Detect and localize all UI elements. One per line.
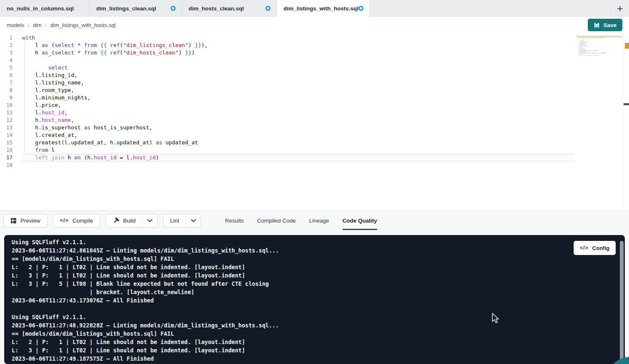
code-line[interactable]: 15 greatest(l.updated_at, h.updated_at) … — [0, 139, 574, 146]
chevron-down-icon — [147, 219, 152, 222]
file-tab[interactable]: dim_hosts_clean.sql — [182, 0, 277, 17]
result-panel-tabs: ResultsCompiled CodeLineageCode Quality — [225, 211, 377, 230]
config-button[interactable]: </> Config — [574, 241, 616, 255]
unsaved-changes-icon — [171, 6, 176, 11]
mouse-cursor — [491, 313, 500, 324]
code-line[interactable]: 3 h as (select * from {{ ref("dim_hosts_… — [0, 49, 574, 57]
line-number: 1 — [0, 34, 12, 42]
line-number: 6 — [0, 72, 12, 79]
lint-button-label: Lint — [170, 218, 179, 224]
line-number: 9 — [0, 94, 12, 102]
terminal-area: Using SQLFluff v2.1.1. 2023-06-06T11:27:… — [0, 230, 629, 364]
file-tab-label: no_nulls_in_columns.sql — [7, 5, 74, 12]
line-number: 8 — [0, 87, 12, 94]
chevron-down-icon — [191, 219, 196, 222]
code-line[interactable]: 17 left join h on (h.host_id = l.host_id… — [0, 154, 574, 161]
lint-warning-marker — [625, 43, 629, 49]
line-number: 14 — [0, 131, 12, 139]
code-line[interactable]: 1with — [0, 34, 574, 42]
code-line[interactable]: 12 h.host_name, — [0, 116, 574, 124]
panel-tab-results[interactable]: Results — [225, 211, 244, 230]
lint-dropdown-button[interactable] — [186, 214, 201, 228]
open-file-tabs: no_nulls_in_columns.sqldim_listings_clea… — [0, 0, 370, 17]
panel-tab-lineage[interactable]: Lineage — [309, 211, 329, 230]
code-line[interactable]: 5 select — [0, 64, 574, 72]
compile-button-label: Compile — [72, 218, 93, 224]
build-dropdown-button[interactable] — [142, 214, 158, 228]
toolbar-buttons: Preview</>CompileBuildLint — [3, 214, 206, 228]
code-lines: 1with2 l as (select * from {{ ref("dim_l… — [0, 34, 574, 169]
line-number: 16 — [0, 146, 12, 154]
build-button-label: Build — [123, 218, 136, 224]
minimap-highlight — [577, 36, 622, 37]
breadcrumb-segment[interactable]: dim_listings_with_hosts.sql — [50, 22, 116, 28]
lint-output-text: Using SQLFluff v2.1.1. 2023-06-06T11:27:… — [4, 235, 625, 363]
line-number: 4 — [0, 57, 12, 64]
hammer-icon — [113, 217, 119, 224]
preview-button[interactable]: Preview — [3, 214, 47, 228]
breadcrumb-separator-icon: › — [27, 22, 30, 29]
code-line[interactable]: 13 h.is_superhost as host_is_superhost, — [0, 124, 574, 131]
line-number: 3 — [0, 49, 12, 57]
line-number: 18 — [0, 161, 12, 169]
panel-tab-compiled-code[interactable]: Compiled Code — [257, 211, 296, 230]
minimap-code: with l as (select * from {{ ref("dim_lis… — [577, 35, 584, 57]
breadcrumb-segment[interactable]: dim — [33, 22, 42, 28]
cursor-position-marker — [624, 103, 629, 105]
breadcrumb-segment[interactable]: models — [7, 22, 24, 28]
build-button[interactable]: Build — [106, 214, 142, 228]
code-line[interactable]: 18 — [0, 161, 574, 169]
code-line[interactable]: 7 l.listing_name, — [0, 79, 574, 87]
line-number: 13 — [0, 124, 12, 131]
line-number: 5 — [0, 64, 12, 72]
code-line[interactable]: 2 l as (select * from {{ ref("dim_listin… — [0, 42, 574, 49]
line-number: 12 — [0, 116, 12, 124]
unsaved-changes-icon — [266, 6, 271, 11]
code-icon: </> — [60, 218, 69, 223]
unsaved-changes-icon — [358, 6, 363, 11]
breadcrumb: models›dim›dim_listings_with_hosts.sql — [7, 22, 116, 29]
file-header-bar: models›dim›dim_listings_with_hosts.sql S… — [0, 17, 629, 33]
plus-icon: + — [617, 3, 623, 14]
line-number: 15 — [0, 139, 12, 146]
file-tab[interactable]: dim_listings_with_hosts.sql — [277, 0, 370, 17]
minimap[interactable]: with l as (select * from {{ ref("dim_lis… — [577, 35, 622, 60]
code-line[interactable]: 9 l.minimum_nights, — [0, 94, 574, 102]
code-line[interactable]: 11 l.host_id, — [0, 109, 574, 116]
code-line[interactable]: 10 l.price, — [0, 102, 574, 109]
terminal-panel: Using SQLFluff v2.1.1. 2023-06-06T11:27:… — [4, 235, 625, 364]
preview-button-label: Preview — [20, 218, 40, 224]
line-number: 10 — [0, 102, 12, 109]
code-icon: </> — [580, 245, 589, 251]
grid-icon — [10, 218, 17, 224]
code-line[interactable]: 4 — [0, 57, 574, 64]
file-tab-label: dim_listings_with_hosts.sql — [283, 5, 358, 12]
line-number: 7 — [0, 79, 12, 87]
code-line[interactable]: 8 l.room_type, — [0, 87, 574, 94]
breadcrumb-separator-icon: › — [45, 22, 47, 29]
config-button-label: Config — [592, 245, 609, 251]
panel-tab-code-quality[interactable]: Code Quality — [343, 211, 377, 230]
code-line[interactable]: 14 l.created_at, — [0, 131, 574, 139]
line-number: 2 — [0, 42, 12, 49]
lint-split-button: Lint — [163, 214, 201, 228]
file-tab-label: dim_hosts_clean.sql — [189, 5, 244, 12]
terminal-scrollbar[interactable] — [620, 241, 624, 362]
editor-tab-bar: no_nulls_in_columns.sqldim_listings_clea… — [0, 0, 629, 17]
floppy-disk-icon — [594, 22, 600, 28]
code-line[interactable]: 16 from l — [0, 146, 574, 154]
file-tab[interactable]: no_nulls_in_columns.sql — [0, 0, 90, 17]
file-tab-label: dim_listings_clean.sql — [96, 5, 156, 12]
overview-ruler[interactable] — [623, 33, 629, 210]
save-button[interactable]: Save — [588, 19, 622, 31]
code-line[interactable]: 6 l.listing_id, — [0, 72, 574, 79]
file-tab[interactable]: dim_listings_clean.sql — [90, 0, 182, 17]
lint-button[interactable]: Lint — [163, 214, 186, 228]
line-number: 17 — [0, 154, 12, 161]
action-toolbar: Preview</>CompileBuildLint ResultsCompil… — [0, 210, 629, 230]
save-button-label: Save — [603, 22, 617, 28]
build-split-button: Build — [106, 214, 158, 228]
code-editor[interactable]: 1with2 l as (select * from {{ ref("dim_l… — [0, 33, 629, 210]
new-tab-button[interactable]: + — [611, 0, 629, 17]
compile-button[interactable]: </>Compile — [53, 214, 100, 228]
